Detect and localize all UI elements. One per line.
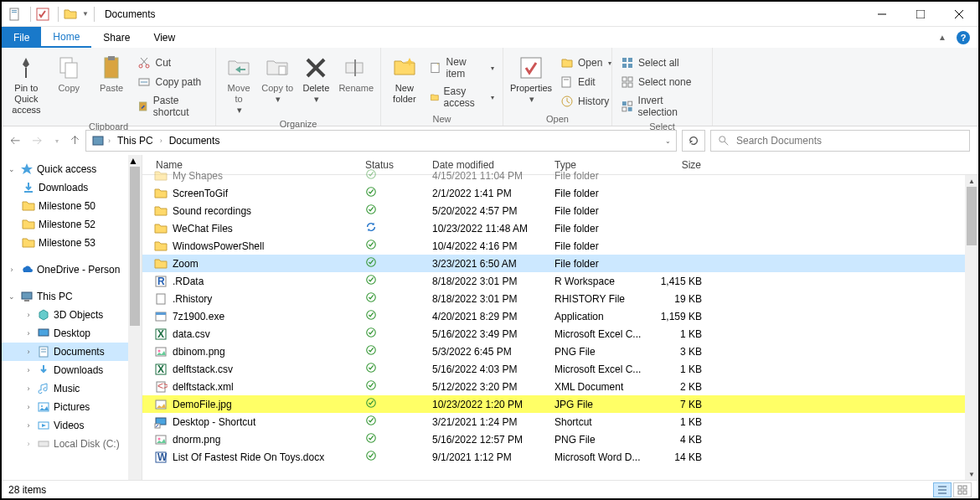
svg-rect-38	[622, 101, 627, 106]
nav-localdisk[interactable]: ›Local Disk (C:)	[2, 435, 142, 453]
copy-path-button[interactable]: Copy path	[134, 74, 210, 90]
chevron-down-icon[interactable]: ▼	[82, 10, 89, 18]
svg-rect-31	[628, 58, 632, 62]
nav-thispc[interactable]: ⌄This PC	[2, 287, 142, 306]
tab-home[interactable]: Home	[41, 27, 91, 48]
svg-line-15	[142, 58, 147, 64]
nav-onedrive[interactable]: ›OneDrive - Person	[2, 260, 142, 279]
history-dropdown[interactable]: ▾	[55, 137, 59, 145]
invert-selection-button[interactable]: Invert selection	[617, 93, 707, 120]
svg-line-16	[141, 58, 147, 64]
file-row[interactable]: WeChat Files10/23/2022 11:48 AMFile fold…	[142, 219, 978, 237]
svg-text:R: R	[157, 276, 165, 287]
help-icon[interactable]: ?	[957, 31, 970, 44]
refresh-button[interactable]	[682, 130, 705, 152]
file-date: 10/23/2022 11:48 AM	[426, 223, 548, 235]
file-row[interactable]: dbinom.png5/3/2022 6:45 PMPNG File3 KB	[142, 343, 978, 360]
edit-button[interactable]: Edit	[557, 74, 615, 90]
paste-shortcut-button[interactable]: Paste shortcut	[134, 93, 210, 120]
file-row[interactable]: Sound recordings5/20/2022 4:57 PMFile fo…	[142, 202, 978, 219]
file-row[interactable]: WindowsPowerShell10/4/2022 4:16 PMFile f…	[142, 237, 978, 255]
search-placeholder: Search Documents	[736, 135, 822, 147]
file-row[interactable]: <>delftstack.xml5/12/2022 3:20 PMXML Doc…	[142, 378, 978, 395]
svg-rect-30	[622, 58, 627, 62]
file-status	[358, 256, 426, 271]
file-row[interactable]: .Rhistory8/18/2022 3:01 PMRHISTORY File1…	[142, 290, 978, 307]
forward-button[interactable]: 🡢	[32, 135, 42, 147]
open-button[interactable]: Open▾	[557, 54, 615, 71]
copy-to-button[interactable]: Copy to▾	[260, 53, 295, 106]
pin-quick-access-button[interactable]: Pin to Quick access	[7, 53, 46, 117]
history-button[interactable]: History	[557, 93, 615, 110]
file-row[interactable]: ScreenToGif2/1/2022 1:41 PMFile folder	[142, 184, 978, 202]
file-row[interactable]: Desktop - Shortcut3/21/2021 1:24 PMShort…	[142, 413, 978, 430]
address-bar[interactable]: › This PC › Documents ⌄	[85, 130, 677, 152]
properties-button[interactable]: Properties▾	[508, 53, 554, 106]
select-all-button[interactable]: Select all	[617, 54, 707, 71]
properties-quick-icon[interactable]	[36, 8, 49, 21]
file-status	[358, 274, 426, 288]
paste-button[interactable]: Paste	[92, 53, 132, 95]
copy-button[interactable]: Copy	[49, 53, 89, 95]
nav-downloads2[interactable]: ›Downloads	[2, 361, 142, 379]
nav-downloads[interactable]: Downloads	[2, 178, 142, 197]
nav-3dobjects[interactable]: ›3D Objects	[2, 306, 142, 324]
rename-button[interactable]: Rename	[337, 53, 375, 95]
search-box[interactable]: Search Documents	[710, 130, 970, 152]
delete-button[interactable]: Delete▾	[298, 53, 333, 106]
address-dropdown[interactable]: ⌄	[665, 137, 671, 145]
select-none-button[interactable]: Select none	[617, 74, 707, 90]
up-button[interactable]: 🡡	[70, 135, 80, 147]
item-count: 28 items	[8, 484, 46, 496]
tab-view[interactable]: View	[142, 27, 187, 48]
ribbon-collapse-icon[interactable]: ▲	[938, 33, 946, 42]
new-folder-button[interactable]: New folder	[386, 53, 423, 106]
file-date: 4/20/2021 8:29 PM	[426, 311, 548, 322]
svg-rect-41	[622, 107, 627, 111]
back-button[interactable]: 🡠	[10, 135, 20, 147]
svg-rect-57	[39, 441, 49, 446]
file-name: Sound recordings	[173, 205, 251, 217]
file-row[interactable]: Zoom3/23/2021 6:50 AMFile folder	[142, 255, 978, 272]
move-to-button[interactable]: Move to▾	[221, 53, 256, 117]
file-row[interactable]: DemoFile.jpg10/23/2022 1:20 PMJPG File7 …	[142, 395, 978, 413]
maximize-button[interactable]	[901, 2, 940, 27]
nav-milestone52[interactable]: Milestone 52	[2, 215, 142, 234]
file-date: 9/1/2021 1:12 PM	[426, 451, 548, 463]
minimize-button[interactable]	[863, 2, 901, 27]
nav-music[interactable]: ›Music	[2, 379, 142, 398]
nav-videos[interactable]: ›Videos	[2, 416, 142, 435]
svg-rect-1	[12, 10, 17, 11]
svg-rect-33	[628, 64, 632, 68]
crumb-thispc[interactable]: This PC	[114, 135, 157, 147]
file-name: data.csv	[173, 328, 210, 340]
nav-documents[interactable]: ›Documents	[2, 343, 142, 361]
easy-access-button[interactable]: Easy access▾	[426, 84, 498, 111]
nav-pictures[interactable]: ›Pictures	[2, 398, 142, 416]
crumb-documents[interactable]: Documents	[166, 135, 224, 147]
file-row[interactable]: Xdelftstack.csv5/16/2022 4:03 PMMicrosof…	[142, 360, 978, 378]
nav-milestone50[interactable]: Milestone 50	[2, 197, 142, 215]
file-row[interactable]: WList Of Fastest Ride On Toys.docx9/1/20…	[142, 448, 978, 466]
file-scrollbar[interactable]: ▲▼	[965, 175, 978, 480]
svg-rect-5	[916, 10, 925, 18]
nav-desktop[interactable]: ›Desktop	[2, 324, 142, 343]
window-title: Documents	[105, 8, 156, 20]
cut-button[interactable]: Cut	[134, 54, 210, 71]
file-row[interactable]: R.RData8/18/2022 3:01 PMR Workspace1,415…	[142, 272, 978, 290]
details-view-button[interactable]	[933, 482, 952, 497]
file-row[interactable]: Xdata.csv5/16/2022 3:49 PMMicrosoft Exce…	[142, 325, 978, 343]
file-row[interactable]: My Shapes4/15/2021 11:04 PMFile folder	[142, 167, 978, 184]
nav-quick-access[interactable]: ⌄Quick access	[2, 160, 142, 178]
tab-share[interactable]: Share	[91, 27, 142, 48]
nav-scrollbar[interactable]: ▲▼	[128, 155, 142, 480]
file-size: 4 KB	[650, 434, 709, 446]
close-button[interactable]	[940, 2, 978, 27]
file-row[interactable]: 7z1900.exe4/20/2021 8:29 PMApplication1,…	[142, 307, 978, 325]
thumbnails-view-button[interactable]	[953, 482, 972, 497]
svg-rect-69	[156, 312, 166, 315]
tab-file[interactable]: File	[2, 27, 41, 48]
nav-milestone53[interactable]: Milestone 53	[2, 234, 142, 252]
file-row[interactable]: dnorm.png5/16/2022 12:57 PMPNG File4 KB	[142, 430, 978, 448]
new-item-button[interactable]: New item▾	[426, 54, 498, 81]
